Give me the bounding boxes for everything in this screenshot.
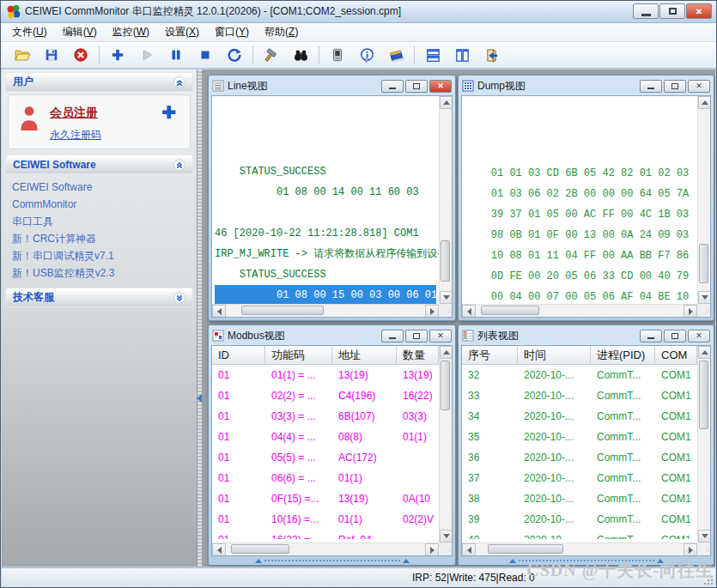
sidebar-link[interactable]: 新！USB监控精灵v2.3 — [12, 264, 186, 282]
resize-grip[interactable]: .: — [439, 304, 452, 317]
table-row[interactable]: 36 2020-10-... CommT... COM1 — [462, 447, 697, 468]
table-row[interactable]: 34 2020-10-... CommT... COM1 — [462, 406, 697, 427]
menu-item[interactable]: 设置(X) — [157, 23, 207, 41]
column-header[interactable]: COM — [655, 346, 697, 364]
minimize-button[interactable] — [640, 80, 662, 93]
stop-button[interactable] — [191, 44, 220, 66]
window-split-handle[interactable] — [509, 557, 664, 564]
about-button[interactable] — [352, 44, 381, 66]
column-header[interactable]: 进程(PID) — [591, 346, 655, 364]
table-row[interactable]: 39 2020-10-... CommT... COM1 — [462, 509, 697, 530]
window-split-handle[interactable] — [255, 557, 410, 564]
start-button[interactable] — [132, 44, 161, 66]
tile-horizontal-button[interactable] — [418, 44, 447, 66]
sidebar-link[interactable]: CEIWEI Software — [12, 179, 186, 196]
minimize-button[interactable] — [640, 330, 662, 342]
hex-line[interactable]: 01 03 06 02 2B 00 00 00 64 05 7A — [466, 184, 693, 204]
table-row[interactable]: 01 05(5) = ... AC(172) — [212, 447, 439, 468]
sidebar-section-user[interactable]: 用户 — [5, 72, 193, 92]
table-row[interactable]: 01 01(1) = ... 13(19) 13(19) — [212, 365, 439, 385]
close-button[interactable]: ✕ — [686, 3, 712, 19]
menu-item[interactable]: 编辑(V) — [55, 23, 105, 41]
hex-line[interactable]: 98 0B 01 0F 00 13 00 0A 24 09 03 — [466, 225, 693, 246]
log-line[interactable]: 01 08 00 14 00 11 60 03 — [215, 182, 436, 203]
plus-icon[interactable]: ✚ — [161, 102, 176, 123]
column-header[interactable]: 时间 — [518, 346, 591, 364]
help-button[interactable] — [381, 44, 410, 66]
open-button[interactable] — [8, 44, 37, 66]
permanent-code-link[interactable]: 永久注册码 — [50, 128, 101, 142]
hex-line[interactable]: 10 08 01 11 04 FF 00 AA BB F7 86 — [466, 246, 693, 266]
chevron-down-icon[interactable] — [173, 292, 185, 304]
log-line[interactable]: STATUS_SUCCESS — [215, 264, 436, 285]
vertical-scrollbar[interactable] — [439, 346, 452, 543]
line-view-titlebar[interactable]: Line视图 ✕ — [211, 77, 453, 94]
table-row[interactable]: 01 0F(15) =... 13(19) 0A(10 — [212, 488, 439, 509]
save-button[interactable] — [37, 44, 66, 66]
table-row[interactable]: 01 02(2) = ... C4(196) 16(22) — [212, 385, 439, 406]
minimize-button[interactable] — [633, 3, 659, 19]
sidebar-link[interactable]: 新！CRC计算神器 — [12, 230, 186, 247]
log-line[interactable]: STATUS_SUCCESS — [215, 161, 436, 182]
line-view-content[interactable]: STATUS_SUCCESS 01 08 00 14 00 11 60 0346… — [212, 96, 439, 304]
maximize-button[interactable] — [664, 330, 686, 342]
list-view-titlebar[interactable]: 列表视图 ✕ — [461, 327, 711, 344]
horizontal-scrollbar[interactable] — [462, 543, 697, 555]
maximize-button[interactable] — [659, 3, 685, 19]
horizontal-scrollbar[interactable] — [212, 304, 439, 317]
table-row[interactable]: 33 2020-10-... CommT... COM1 — [462, 385, 697, 406]
column-header[interactable]: ID — [212, 346, 265, 364]
sidebar-section-support[interactable]: 技术客服 — [5, 288, 193, 307]
close-button[interactable]: ✕ — [688, 80, 710, 93]
dump-view-titlebar[interactable]: Dump视图 ✕ — [461, 77, 711, 94]
hex-line[interactable]: 01 01 03 CD 6B 05 42 82 01 02 03 — [466, 163, 693, 184]
tools-button[interactable] — [257, 44, 286, 66]
menu-item[interactable]: 窗口(Y) — [207, 23, 257, 41]
column-header[interactable]: 功能码 — [265, 346, 332, 364]
exit-button[interactable] — [477, 44, 506, 66]
hex-line[interactable]: 0D FE 00 20 05 06 33 CD 00 40 79 — [466, 266, 693, 287]
vertical-scrollbar[interactable] — [697, 96, 710, 304]
sidebar-section-software[interactable]: CEIWEI Software — [5, 155, 193, 174]
log-line[interactable]: IRP_MJ_WRITE -> 请求将数据从程序传输到设备 — [215, 244, 436, 264]
table-row[interactable]: 01 16(22) = Ref. 04 — [212, 530, 439, 539]
table-row[interactable]: 01 04(4) = ... 08(8) 01(1) — [212, 427, 439, 447]
resize-grip[interactable]: .: — [697, 304, 710, 317]
column-header[interactable]: 地址 — [332, 346, 397, 364]
horizontal-scrollbar[interactable] — [212, 543, 439, 555]
sidebar-link[interactable]: 串口工具 — [12, 213, 186, 230]
chevron-up-icon[interactable] — [173, 159, 185, 171]
member-register-link[interactable]: 会员注册 — [50, 106, 98, 121]
window-resize-grip[interactable] — [703, 575, 714, 585]
minimize-button[interactable] — [381, 330, 404, 342]
sidebar-link[interactable]: CommMonitor — [12, 196, 186, 213]
menu-item[interactable]: 监控(W) — [105, 23, 157, 41]
log-line[interactable]: 01 08 00 15 00 03 00 06 01 06 01 — [215, 285, 436, 304]
hex-line[interactable]: 00 04 00 07 00 05 06 AF 04 BE 10 — [466, 287, 693, 304]
resize-grip[interactable]: .: — [439, 543, 452, 555]
table-row[interactable]: 01 03(3) = ... 6B(107) 03(3) — [212, 406, 439, 427]
table-row[interactable]: 38 2020-10-... CommT... COM1 — [462, 488, 697, 509]
table-row[interactable]: 01 06(6) = ... 01(1) — [212, 468, 439, 488]
log-line[interactable] — [215, 203, 436, 223]
maximize-button[interactable] — [405, 330, 428, 342]
vertical-scrollbar[interactable] — [439, 96, 452, 304]
vertical-scrollbar[interactable] — [697, 346, 710, 543]
menu-item[interactable]: 文件(U) — [4, 23, 55, 41]
modbus-view-titlebar[interactable]: Modbus视图 ✕ — [211, 327, 453, 344]
table-row[interactable]: 35 2020-10-... CommT... COM1 — [462, 427, 697, 447]
resize-grip[interactable]: .: — [697, 543, 710, 555]
tile-vertical-button[interactable] — [447, 44, 477, 66]
table-row[interactable]: 37 2020-10-... CommT... COM1 — [462, 468, 697, 488]
maximize-button[interactable] — [405, 80, 428, 93]
horizontal-scrollbar[interactable] — [462, 304, 697, 317]
close-button[interactable]: ✕ — [429, 80, 452, 93]
hex-line[interactable]: 39 37 01 05 00 AC FF 00 4C 1B 03 — [466, 204, 693, 225]
add-button[interactable] — [103, 44, 132, 66]
table-row[interactable]: 40 2020-10-... CommT... COM1 — [462, 530, 697, 539]
table-row[interactable]: 32 2020-10-... CommT... COM1 — [462, 365, 697, 385]
table-row[interactable]: 01 10(16) =... 01(1) 02(2)V — [212, 509, 439, 530]
device-button[interactable] — [323, 44, 352, 66]
titlebar[interactable]: CEIWEI CommMonitor 串口监控精灵 12.0.1(20206) … — [1, 1, 716, 23]
sidebar-link[interactable]: 新！串口调试精灵v7.1 — [12, 247, 186, 264]
